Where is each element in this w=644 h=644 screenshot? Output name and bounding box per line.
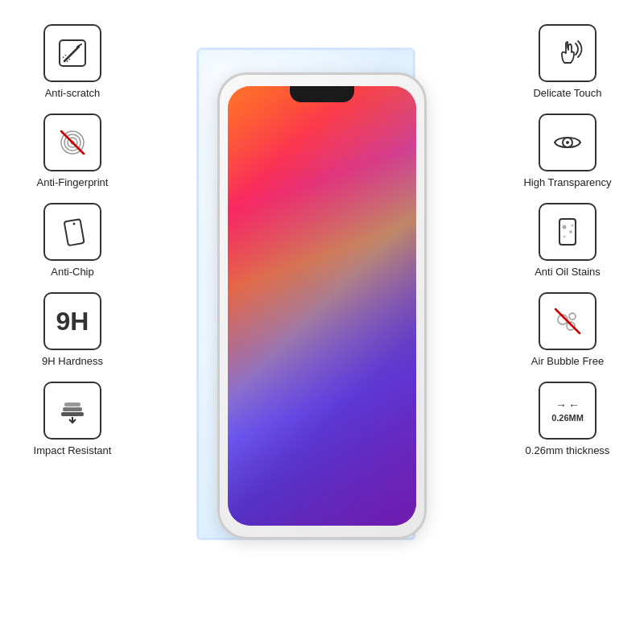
- arrow-left-icon: ←: [568, 398, 580, 411]
- feature-anti-scratch: Anti-scratch: [8, 24, 137, 99]
- feature-high-transparency: High Transparency: [499, 114, 636, 188]
- eye-icon: [550, 125, 585, 160]
- feature-9h-hardness: 9H 9H Hardness: [8, 292, 137, 367]
- thickness-arrows-row: → ←: [555, 398, 580, 411]
- svg-rect-13: [63, 407, 82, 411]
- 9h-text: 9H: [56, 308, 89, 334]
- impact-resistant-label: Impact Resistant: [34, 444, 112, 456]
- svg-line-3: [63, 55, 66, 58]
- main-container: Anti-scratch Anti-Fingerprint: [0, 0, 644, 644]
- anti-fingerprint-icon-box: [43, 114, 101, 171]
- oil-icon: [550, 214, 585, 250]
- svg-line-2: [77, 44, 81, 47]
- feature-thickness: → ← 0.26MM 0.26mm thickness: [499, 382, 636, 456]
- anti-scratch-label: Anti-scratch: [45, 87, 101, 99]
- fingerprint-icon: [55, 125, 90, 160]
- thickness-icon-box: → ← 0.26MM: [539, 382, 597, 440]
- impact-resistant-icon-box: [43, 382, 101, 440]
- svg-point-24: [569, 313, 576, 320]
- anti-oil-stains-icon-box: [539, 203, 597, 261]
- svg-point-17: [566, 141, 569, 144]
- delicate-touch-label: Delicate Touch: [533, 87, 601, 99]
- svg-point-19: [563, 225, 567, 229]
- feature-anti-fingerprint: Anti-Fingerprint: [8, 114, 137, 188]
- svg-point-11: [73, 223, 76, 225]
- arrow-right-icon: →: [555, 398, 567, 411]
- phone-screen: [228, 86, 416, 526]
- phone-center: [193, 48, 451, 596]
- feature-anti-oil-stains: Anti Oil Stains: [499, 203, 636, 278]
- right-features: Delicate Touch High Transparency: [499, 24, 636, 456]
- feature-impact-resistant: Impact Resistant: [8, 382, 137, 456]
- thickness-inner: → ← 0.26MM: [551, 398, 584, 423]
- phone-body: [217, 72, 427, 539]
- svg-rect-12: [61, 412, 84, 416]
- phone-notch: [290, 86, 354, 102]
- svg-line-1: [64, 47, 79, 61]
- touch-icon: [550, 35, 585, 71]
- svg-rect-18: [559, 219, 576, 245]
- bubble-icon: [550, 303, 585, 339]
- anti-fingerprint-label: Anti-Fingerprint: [37, 176, 109, 188]
- feature-air-bubble-free: Air Bubble Free: [499, 292, 636, 367]
- svg-point-22: [572, 225, 574, 227]
- thickness-value-text: 0.26MM: [551, 413, 584, 423]
- left-features: Anti-scratch Anti-Fingerprint: [8, 24, 137, 456]
- air-bubble-free-label: Air Bubble Free: [531, 355, 604, 367]
- impact-icon: [55, 393, 90, 428]
- anti-scratch-icon-box: [43, 24, 101, 82]
- 9h-hardness-label: 9H Hardness: [42, 355, 103, 367]
- feature-delicate-touch: Delicate Touch: [499, 24, 636, 99]
- svg-point-21: [563, 235, 566, 238]
- chip-icon: [55, 214, 90, 250]
- thickness-label: 0.26mm thickness: [526, 444, 610, 456]
- air-bubble-free-icon-box: [539, 292, 597, 350]
- anti-chip-icon-box: [43, 203, 101, 261]
- anti-oil-stains-label: Anti Oil Stains: [535, 266, 601, 278]
- feature-anti-chip: Anti-Chip: [8, 203, 137, 278]
- high-transparency-label: High Transparency: [523, 176, 611, 188]
- high-transparency-icon-box: [539, 114, 597, 171]
- svg-line-26: [555, 309, 580, 333]
- svg-point-20: [569, 230, 572, 233]
- screen-overlay: [228, 86, 416, 526]
- delicate-touch-icon-box: [539, 24, 597, 82]
- 9h-hardness-icon-box: 9H: [43, 292, 101, 350]
- svg-rect-14: [64, 402, 80, 407]
- anti-chip-label: Anti-Chip: [51, 266, 93, 278]
- scratch-icon: [55, 35, 90, 71]
